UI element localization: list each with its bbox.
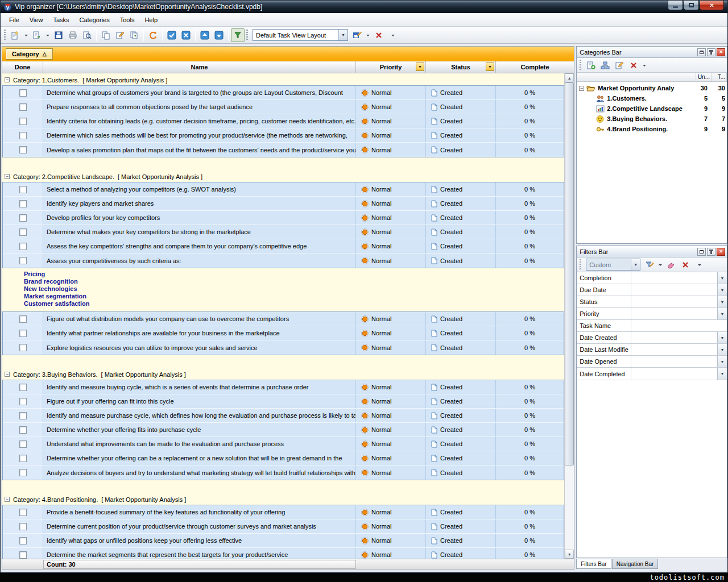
task-row[interactable]: Determine the market segments that repre… <box>3 548 564 559</box>
collapse-icon[interactable]: − <box>5 77 10 82</box>
chevron-down-icon[interactable]: ▼ <box>631 259 640 270</box>
category-tree-item[interactable]: 4.Brand Positioning.99 <box>577 124 727 134</box>
task-done-checkbox[interactable] <box>19 551 27 559</box>
print-button[interactable] <box>66 28 80 42</box>
task-done-checkbox[interactable] <box>19 228 27 236</box>
collapse-icon[interactable]: − <box>5 174 10 179</box>
chevron-down-icon[interactable]: ▼ <box>338 30 348 40</box>
tab-filters-bar[interactable]: Filters Bar <box>576 559 611 569</box>
delete-category-button-menu[interactable] <box>641 59 648 72</box>
delete-category-button[interactable] <box>627 59 640 72</box>
task-done-checkbox[interactable] <box>19 257 27 264</box>
delete-layout-button[interactable] <box>372 28 386 42</box>
task-row[interactable]: Select a method of analyzing your compet… <box>3 182 564 197</box>
column-header-complete[interactable]: Complete <box>496 61 574 73</box>
column-header-name[interactable]: Name <box>43 61 356 73</box>
task-done-checkbox[interactable] <box>19 200 27 207</box>
filters-bar-close-button[interactable]: ✕ <box>717 248 725 256</box>
filter-toggle-button[interactable] <box>231 28 245 42</box>
task-done-checkbox[interactable] <box>19 315 27 323</box>
menu-categories[interactable]: Categories <box>75 15 115 25</box>
filter-dropdown-button[interactable]: ▼ <box>717 296 727 307</box>
task-done-checkbox[interactable] <box>19 384 27 391</box>
scroll-up-button[interactable]: ▲ <box>565 73 574 82</box>
task-row[interactable]: Explore logistics resources you can util… <box>3 340 564 355</box>
task-done-checkbox[interactable] <box>19 132 27 139</box>
task-done-checkbox[interactable] <box>19 509 27 516</box>
filter-dropdown-button[interactable]: ▼ <box>717 308 727 319</box>
menu-tasks[interactable]: Tasks <box>48 15 74 25</box>
task-row[interactable]: Determine whether your offering can be a… <box>3 451 564 465</box>
minimize-button[interactable] <box>668 1 683 10</box>
column-header-uncompleted[interactable]: Un... <box>696 73 712 81</box>
task-done-checkbox[interactable] <box>19 537 27 544</box>
filters-bar-pin-button[interactable] <box>707 248 715 256</box>
task-row[interactable]: Prepare responses to all common objectio… <box>3 100 564 114</box>
task-row[interactable]: Identify key players and market sharesNo… <box>3 197 564 211</box>
scrollbar-track[interactable] <box>565 82 574 550</box>
add-category-button[interactable] <box>584 59 598 72</box>
edit-filter-button[interactable] <box>643 258 656 272</box>
filter-preset-select[interactable]: Custom▼ <box>586 259 640 271</box>
task-row[interactable]: Determine which sales methods will be be… <box>3 128 564 143</box>
menu-help[interactable]: Help <box>139 15 163 25</box>
filter-value[interactable] <box>631 284 717 296</box>
task-row[interactable]: Analyze decisions of buyers and try to u… <box>3 465 564 480</box>
task-row[interactable]: Determine what makes your key competitor… <box>3 225 564 239</box>
move-task-down-button[interactable] <box>212 28 226 42</box>
task-row[interactable]: Identify what gaps or unfilled positions… <box>3 534 564 548</box>
task-done-checkbox[interactable] <box>19 523 27 530</box>
filters-bar-maximize-button[interactable] <box>697 248 706 256</box>
task-row[interactable]: Identify and measure buying cycle, which… <box>3 380 564 394</box>
add-subcategory-button[interactable] <box>598 59 612 72</box>
task-row[interactable]: Develop a sales promotion plan that maps… <box>3 143 564 157</box>
layout-select[interactable]: Default Task View Layout▼ <box>253 29 348 41</box>
filter-value[interactable] <box>631 296 717 307</box>
undo-button[interactable] <box>146 28 160 42</box>
category-tree-item[interactable]: 1.Customers.55 <box>577 93 727 103</box>
task-row[interactable]: Determine whether your offering fits int… <box>3 423 564 437</box>
filter-dropdown-button[interactable]: ▼ <box>717 344 727 355</box>
categories-bar-maximize-button[interactable] <box>697 48 706 56</box>
task-done-checkbox[interactable] <box>19 426 27 434</box>
task-done-checkbox[interactable] <box>19 455 27 462</box>
move-task-up-button[interactable] <box>198 28 212 42</box>
task-done-checkbox[interactable] <box>19 146 27 153</box>
vertical-scrollbar[interactable]: ▲ ▼ <box>564 73 574 559</box>
task-done-checkbox[interactable] <box>19 398 27 405</box>
column-header-priority[interactable]: Priority▼ <box>356 61 426 73</box>
duplicate-button[interactable] <box>127 28 141 42</box>
task-row[interactable]: Assess the key competitors' strengths an… <box>3 239 564 253</box>
filter-value[interactable] <box>631 308 717 319</box>
task-done-checkbox[interactable] <box>19 103 27 111</box>
status-filter-button[interactable]: ▼ <box>486 63 494 71</box>
task-row[interactable]: Assess your competitiveness by such crit… <box>3 253 564 268</box>
task-row[interactable]: Identify what partner relationships are … <box>3 326 564 340</box>
toolbar-options-button[interactable] <box>386 28 400 42</box>
collapse-icon[interactable]: − <box>5 497 10 502</box>
toolbar-grip[interactable] <box>580 259 581 271</box>
save-layout-button[interactable] <box>350 28 364 42</box>
scroll-down-button[interactable]: ▼ <box>565 550 574 559</box>
new-note-button-menu[interactable] <box>44 28 51 42</box>
edit-filter-button-menu[interactable] <box>657 258 664 272</box>
save-layout-button-menu[interactable] <box>365 28 371 42</box>
scrollbar-thumb[interactable] <box>565 82 574 465</box>
close-button[interactable]: ✕ <box>700 1 724 10</box>
copy-button[interactable] <box>99 28 113 42</box>
task-row[interactable]: Develop profiles for your key competitor… <box>3 211 564 225</box>
task-row[interactable]: Figure out if your offering can fit into… <box>3 394 564 409</box>
task-done-checkbox[interactable] <box>19 118 27 125</box>
filter-dropdown-button[interactable]: ▼ <box>717 356 727 367</box>
task-row[interactable]: Determine what groups of customers your … <box>3 86 564 100</box>
task-row[interactable]: Figure out what distribution models your… <box>3 312 564 326</box>
cancel-task-button[interactable] <box>179 28 193 42</box>
new-task-button-menu[interactable] <box>23 28 30 42</box>
column-header-status[interactable]: Status▼ <box>426 61 496 73</box>
toolbar-grip[interactable] <box>4 30 6 41</box>
categories-bar-pin-button[interactable] <box>707 48 715 56</box>
filter-options-button[interactable] <box>693 258 706 272</box>
maximize-button[interactable] <box>684 1 699 10</box>
task-done-checkbox[interactable] <box>19 330 27 337</box>
toolbar-grip[interactable] <box>580 60 581 71</box>
